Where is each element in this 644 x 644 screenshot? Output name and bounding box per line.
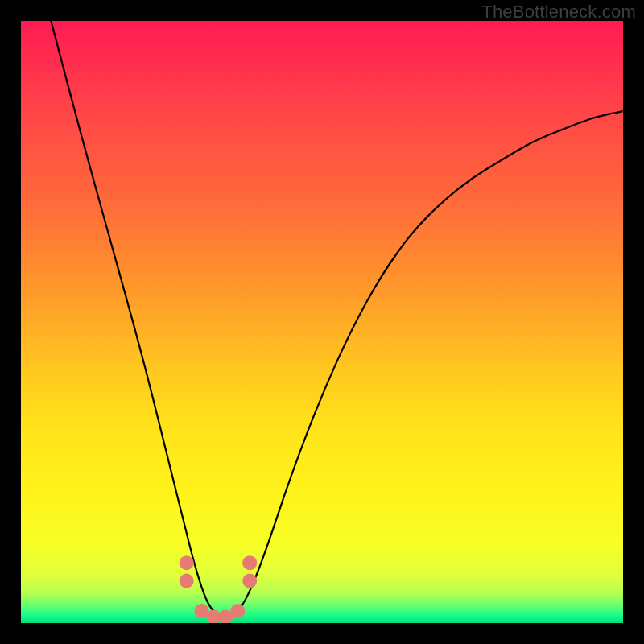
curve-path <box>51 21 623 617</box>
marker-dot <box>194 604 208 618</box>
marker-dot <box>242 555 257 570</box>
marker-dot <box>180 555 194 570</box>
marker-dot <box>242 574 257 588</box>
bottleneck-curve <box>21 21 623 623</box>
marker-group <box>180 555 258 623</box>
marker-dot <box>230 604 245 618</box>
marker-dot <box>218 610 233 624</box>
chart-frame: TheBottleneck.com <box>0 0 644 644</box>
marker-dot <box>180 574 194 588</box>
marker-dot <box>206 610 221 624</box>
watermark-text: TheBottleneck.com <box>481 2 636 23</box>
chart-plot-area <box>21 21 623 623</box>
